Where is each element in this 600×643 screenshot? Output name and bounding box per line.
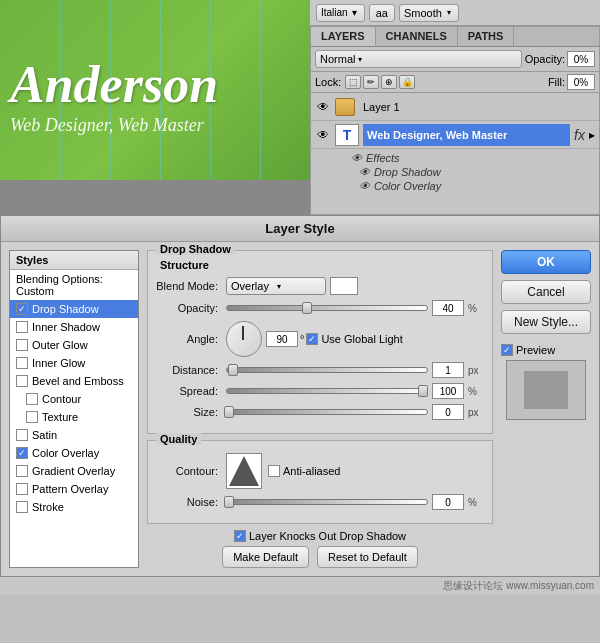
distance-slider-container: 1 px xyxy=(226,362,484,378)
style-satin[interactable]: Satin xyxy=(10,426,138,444)
new-style-button[interactable]: New Style... xyxy=(501,310,591,334)
toolbar-strip: Italian ▾ aa Smooth ▾ xyxy=(310,0,600,26)
opacity-row: Opacity: 0% xyxy=(525,51,595,67)
inner-glow-checkbox[interactable] xyxy=(16,357,28,369)
contour-checkbox[interactable] xyxy=(26,393,38,405)
size-slider-track[interactable] xyxy=(226,409,428,415)
layer-style-dialog: Layer Style Styles Blending Options: Cus… xyxy=(0,215,600,577)
pattern-overlay-checkbox[interactable] xyxy=(16,483,28,495)
anti-aliased-checkbox[interactable] xyxy=(268,465,280,477)
spread-slider-thumb[interactable] xyxy=(418,385,428,397)
angle-value-box[interactable]: 90 xyxy=(266,331,298,347)
spread-slider-track[interactable] xyxy=(226,388,428,394)
styles-list: Styles Blending Options: Custom ✓ Drop S… xyxy=(9,250,139,568)
lock-transparent-icon[interactable]: ⬚ xyxy=(345,75,361,89)
layer-knocks-checkbox[interactable]: ✓ xyxy=(234,530,246,542)
opacity-value-box[interactable]: 40 xyxy=(432,300,464,316)
lock-all-icon[interactable]: 🔒 xyxy=(399,75,415,89)
spread-value-box[interactable]: 100 xyxy=(432,383,464,399)
font-selector[interactable]: Italian ▾ xyxy=(316,4,365,22)
lock-position-icon[interactable]: ⊕ xyxy=(381,75,397,89)
smooth-selector[interactable]: Smooth ▾ xyxy=(399,4,459,22)
outer-glow-checkbox[interactable] xyxy=(16,339,28,351)
blend-mode-select[interactable]: Normal ▾ xyxy=(315,50,522,68)
style-blending-options[interactable]: Blending Options: Custom xyxy=(10,270,138,300)
layer-item-1[interactable]: 👁 Layer 1 xyxy=(311,93,599,121)
lock-image-icon[interactable]: ✏ xyxy=(363,75,379,89)
style-outer-glow[interactable]: Outer Glow xyxy=(10,336,138,354)
drop-shadow-checkbox[interactable]: ✓ xyxy=(16,303,28,315)
style-inner-shadow[interactable]: Inner Shadow xyxy=(10,318,138,336)
style-drop-shadow[interactable]: ✓ Drop Shadow xyxy=(10,300,138,318)
style-bevel-emboss[interactable]: Bevel and Emboss xyxy=(10,372,138,390)
make-default-button[interactable]: Make Default xyxy=(222,546,309,568)
gradient-overlay-checkbox[interactable] xyxy=(16,465,28,477)
structure-legend: Structure xyxy=(156,259,484,271)
satin-checkbox[interactable] xyxy=(16,429,28,441)
styles-header: Styles xyxy=(10,251,138,270)
noise-slider-track[interactable] xyxy=(226,499,428,505)
angle-dial[interactable] xyxy=(226,321,262,357)
inner-shadow-checkbox[interactable] xyxy=(16,321,28,333)
opacity-slider-track[interactable] xyxy=(226,305,428,311)
tab-paths[interactable]: PATHS xyxy=(458,27,515,46)
watermark: 思缘设计论坛 www.missyuan.com xyxy=(0,577,600,595)
effect-color-overlay[interactable]: 👁 Color Overlay xyxy=(351,179,595,193)
ok-button[interactable]: OK xyxy=(501,250,591,274)
layer-item-2[interactable]: 👁 T Web Designer, Web Master fx ▸ xyxy=(311,121,599,149)
distance-slider-track[interactable] xyxy=(226,367,428,373)
color-overlay-checkbox[interactable]: ✓ xyxy=(16,447,28,459)
opacity-slider-container: 40 % xyxy=(226,300,484,316)
style-color-overlay[interactable]: ✓ Color Overlay xyxy=(10,444,138,462)
style-inner-glow[interactable]: Inner Glow xyxy=(10,354,138,372)
aa-button[interactable]: aa xyxy=(369,4,395,22)
noise-slider-thumb[interactable] xyxy=(224,496,234,508)
fill-input[interactable]: 0% xyxy=(567,74,595,90)
drop-shadow-label: Drop Shadow xyxy=(374,166,441,178)
style-contour[interactable]: Contour xyxy=(10,390,138,408)
cancel-button[interactable]: Cancel xyxy=(501,280,591,304)
style-stroke[interactable]: Stroke xyxy=(10,498,138,516)
layers-tabs: LAYERS CHANNELS PATHS xyxy=(311,27,599,47)
layer-2-name-selected: Web Designer, Web Master xyxy=(363,124,570,146)
stroke-checkbox[interactable] xyxy=(16,501,28,513)
noise-value-box[interactable]: 0 xyxy=(432,494,464,510)
drop-shadow-eye-icon[interactable]: 👁 xyxy=(359,166,370,178)
contour-thumbnail[interactable] xyxy=(226,453,262,489)
opacity-slider-thumb[interactable] xyxy=(302,302,312,314)
blend-color-swatch[interactable] xyxy=(330,277,358,295)
contour-svg xyxy=(229,456,259,486)
photoshop-top-area: Anderson Web Designer, Web Master Italia… xyxy=(0,0,600,215)
distance-value-box[interactable]: 1 xyxy=(432,362,464,378)
bottom-buttons-row: Make Default Reset to Default xyxy=(147,546,493,568)
blend-mode-field-select[interactable]: Overlay ▾ xyxy=(226,277,326,295)
quality-section: Quality Contour: Anti-al xyxy=(147,440,493,524)
size-field-row: Size: 0 px xyxy=(156,404,484,420)
noise-slider-container: 0 % xyxy=(226,494,484,510)
size-slider-thumb[interactable] xyxy=(224,406,234,418)
distance-slider-thumb[interactable] xyxy=(228,364,238,376)
size-slider-container: 0 px xyxy=(226,404,484,420)
preview-checkbox[interactable]: ✓ xyxy=(501,344,513,356)
use-global-light-checkbox[interactable]: ✓ xyxy=(306,333,318,345)
tab-channels[interactable]: CHANNELS xyxy=(376,27,458,46)
opacity-input[interactable]: 0% xyxy=(567,51,595,67)
bevel-emboss-checkbox[interactable] xyxy=(16,375,28,387)
preview-inner xyxy=(524,371,568,409)
style-pattern-overlay[interactable]: Pattern Overlay xyxy=(10,480,138,498)
style-gradient-overlay[interactable]: Gradient Overlay xyxy=(10,462,138,480)
style-texture[interactable]: Texture xyxy=(10,408,138,426)
reset-to-default-button[interactable]: Reset to Default xyxy=(317,546,418,568)
lock-icons: ⬚ ✏ ⊕ 🔒 xyxy=(345,75,415,89)
size-value-box[interactable]: 0 xyxy=(432,404,464,420)
texture-checkbox[interactable] xyxy=(26,411,38,423)
fill-row: Fill: 0% xyxy=(548,74,595,90)
color-overlay-eye-icon[interactable]: 👁 xyxy=(359,180,370,192)
quality-legend: Quality xyxy=(156,433,201,445)
layer-2-visibility-eye[interactable]: 👁 xyxy=(315,127,331,143)
tab-layers[interactable]: LAYERS xyxy=(311,27,376,46)
effects-eye-icon[interactable]: 👁 xyxy=(351,152,362,164)
effect-drop-shadow[interactable]: 👁 Drop Shadow xyxy=(351,165,595,179)
spread-slider-container: 100 % xyxy=(226,383,484,399)
layer-1-visibility-eye[interactable]: 👁 xyxy=(315,99,331,115)
